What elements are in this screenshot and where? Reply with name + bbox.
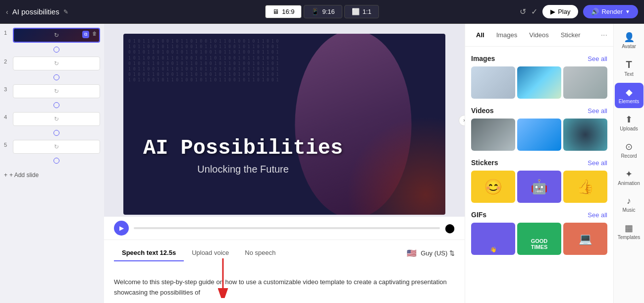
avatar-icon: 👤 bbox=[624, 32, 635, 43]
sidebar-item-avatar[interactable]: 👤 Avatar bbox=[615, 28, 644, 53]
slide-thumb-2[interactable]: ↻ bbox=[13, 57, 100, 70]
resolution-1-1[interactable]: ⬜ 1:1 bbox=[344, 5, 379, 18]
slide-number: 3 bbox=[4, 84, 10, 92]
res1-label: 16:9 bbox=[282, 8, 294, 15]
slide-item[interactable]: 3 ↻ bbox=[4, 84, 100, 108]
animation-icon: ✦ bbox=[625, 169, 633, 180]
text-label: Text bbox=[624, 71, 633, 77]
stickers-see-all[interactable]: See all bbox=[588, 159, 607, 167]
sidebar-item-text[interactable]: T Text bbox=[615, 55, 644, 81]
indicator-dot bbox=[54, 102, 59, 108]
tab-images[interactable]: Images bbox=[491, 29, 523, 41]
indicator-dot bbox=[54, 47, 59, 53]
slide-thumb-placeholder: ↻ bbox=[13, 57, 100, 70]
video-play-button[interactable]: ▶ bbox=[114, 221, 129, 236]
slide-item[interactable]: 5 ↻ bbox=[4, 140, 100, 164]
slide-number: 4 bbox=[4, 112, 10, 120]
tab-stickers[interactable]: Sticker bbox=[556, 29, 586, 41]
images-section: Images See all bbox=[465, 51, 613, 103]
images-title: Images bbox=[471, 55, 495, 62]
speech-content-text: Welcome to this step-by-step guide on ho… bbox=[114, 275, 455, 298]
gifs-section: GIFs See all 👋 GOODTIMES 💻 bbox=[465, 207, 613, 259]
stickers-section: Stickers See all 😊 🤖 👍 bbox=[465, 155, 613, 207]
no-speech-tab[interactable]: No speech bbox=[237, 245, 283, 261]
slide-thumb-1[interactable]: ⧉ 🗑 ↻ bbox=[13, 28, 100, 43]
render-label: Render bbox=[601, 8, 623, 15]
stickers-grid: 😊 🤖 👍 bbox=[471, 171, 607, 203]
slide-item[interactable]: 1 ⧉ 🗑 ↻ bbox=[4, 28, 100, 53]
slide-thumb-placeholder: ↻ bbox=[13, 113, 100, 125]
undo-button[interactable]: ↺ bbox=[520, 7, 526, 16]
images-section-header: Images See all bbox=[471, 55, 607, 62]
topbar-right: ↺ ✓ ▶ Play 🔊 Render ▼ bbox=[384, 5, 638, 18]
image-thumb-handshake[interactable] bbox=[563, 66, 607, 99]
text-icon: T bbox=[626, 59, 632, 70]
redo-button[interactable]: ✓ bbox=[531, 7, 537, 16]
slide-canvas[interactable]: 0 1 0 1 1 0 1 0 0 1 0 1 1 0 1 0 0 1 0 1 … bbox=[123, 34, 445, 215]
mobile-icon: 📱 bbox=[311, 8, 319, 15]
speech-text-tab[interactable]: Speech text 12.5s bbox=[114, 245, 184, 261]
tab-all[interactable]: All bbox=[471, 29, 489, 41]
slide-item[interactable]: 4 ↻ bbox=[4, 112, 100, 136]
play-button[interactable]: ▶ Play bbox=[542, 5, 578, 18]
templates-label: Templates bbox=[618, 235, 641, 240]
record-icon: ⊙ bbox=[625, 141, 633, 152]
sidebar-item-music[interactable]: ♪ Music bbox=[615, 192, 644, 217]
render-button[interactable]: 🔊 Render ▼ bbox=[583, 5, 638, 18]
edit-icon[interactable]: ✎ bbox=[63, 8, 68, 15]
sidebar-content: Images See all Videos See all bbox=[465, 47, 613, 303]
voice-name: Guy (US) bbox=[421, 249, 447, 257]
copy-icon: ⧉ bbox=[82, 31, 89, 38]
slide-item[interactable]: 2 ↻ bbox=[4, 57, 100, 80]
sticker-thumb-smile[interactable]: 😊 bbox=[471, 171, 515, 203]
resolution-9-16[interactable]: 📱 9:16 bbox=[304, 5, 342, 18]
sticker-thumb-thumbsup[interactable]: 👍 bbox=[563, 171, 607, 203]
avatar-label: Avatar bbox=[622, 44, 636, 49]
slide-indicator bbox=[13, 74, 100, 80]
sidebar-item-animation[interactable]: ✦ Animation bbox=[615, 165, 644, 190]
play-label: Play bbox=[558, 8, 570, 15]
sticker-thumb-robot[interactable]: 🤖 bbox=[517, 171, 561, 203]
slide-main-title: AI Possibilities bbox=[143, 137, 343, 160]
video-thumb-city2[interactable] bbox=[517, 119, 561, 151]
sidebar-item-elements[interactable]: ◆ Elements bbox=[615, 83, 644, 108]
topbar: ‹ AI possibilities ✎ 🖥 16:9 📱 9:16 ⬜ 1:1… bbox=[0, 0, 644, 24]
sidebar-item-record[interactable]: ⊙ Record bbox=[615, 137, 644, 163]
voice-dropdown[interactable]: Guy (US) ⇅ bbox=[421, 249, 455, 257]
video-thumb-globe[interactable] bbox=[563, 119, 607, 151]
google-multicolor-icon: ⬤ bbox=[445, 223, 455, 234]
more-options-icon[interactable]: ··· bbox=[601, 31, 607, 40]
video-thumb-city1[interactable] bbox=[471, 119, 515, 151]
resolution-16-9[interactable]: 🖥 16:9 bbox=[265, 5, 302, 18]
sidebar-item-uploads[interactable]: ⬆ Uploads bbox=[615, 110, 644, 135]
videos-section-header: Videos See all bbox=[471, 107, 607, 115]
gif-thumb-2[interactable]: GOODTIMES bbox=[517, 223, 561, 255]
slide-text: AI Possibilities Unlocking the Future bbox=[143, 137, 343, 175]
progress-bar[interactable] bbox=[134, 227, 440, 229]
videos-see-all[interactable]: See all bbox=[588, 107, 607, 115]
res3-label: 1:1 bbox=[363, 8, 372, 15]
collapse-panel-button[interactable]: › bbox=[459, 115, 465, 126]
videos-section: Videos See all bbox=[465, 103, 613, 155]
animation-label: Animation bbox=[618, 181, 640, 186]
video-controls: ▶ ⬤ bbox=[104, 217, 465, 240]
tab-videos[interactable]: Videos bbox=[524, 29, 554, 41]
voice-selector: 🇺🇸 Guy (US) ⇅ bbox=[407, 248, 455, 258]
add-slide-button[interactable]: + + Add slide bbox=[4, 168, 39, 182]
gifs-see-all[interactable]: See all bbox=[588, 211, 607, 219]
gif-thumb-1[interactable]: 👋 bbox=[471, 223, 515, 255]
render-icon: 🔊 bbox=[591, 8, 599, 15]
slide-thumb-3[interactable]: ↻ bbox=[13, 84, 100, 98]
image-thumb-mountain[interactable] bbox=[517, 66, 561, 99]
sidebar-item-templates[interactable]: ▦ Templates bbox=[615, 219, 644, 244]
speech-controls: Speech text 12.5s Upload voice No speech… bbox=[104, 240, 465, 303]
images-see-all[interactable]: See all bbox=[588, 55, 607, 62]
back-button[interactable]: ‹ bbox=[6, 8, 8, 16]
res2-label: 9:16 bbox=[322, 8, 334, 15]
gif-thumb-3[interactable]: 💻 bbox=[563, 223, 607, 255]
chevron-down-icon: ▼ bbox=[625, 9, 630, 14]
slide-thumb-5[interactable]: ↻ bbox=[13, 140, 100, 154]
slide-thumb-4[interactable]: ↻ bbox=[13, 112, 100, 126]
play-icon: ▶ bbox=[119, 225, 124, 232]
image-thumb-office[interactable] bbox=[471, 66, 515, 99]
